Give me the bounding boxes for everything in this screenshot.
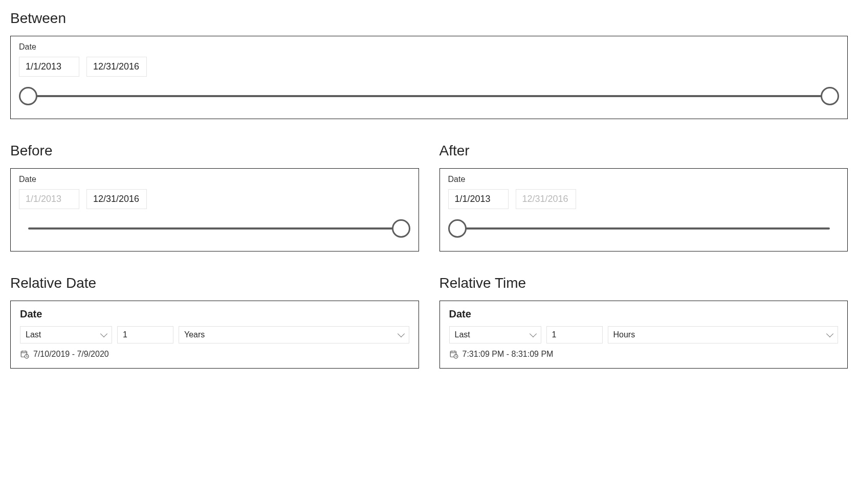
between-start-input[interactable]: 1/1/2013 xyxy=(19,57,79,77)
after-panel: Date 1/1/2013 12/31/2016 xyxy=(439,168,848,251)
relative-date-count-input[interactable]: 1 xyxy=(117,326,173,343)
svg-line-6 xyxy=(27,356,28,357)
between-field-label: Date xyxy=(19,42,839,52)
before-end-input[interactable]: 12/31/2016 xyxy=(86,189,147,209)
calendar-clock-icon xyxy=(449,350,458,359)
after-title: After xyxy=(439,143,848,159)
after-field-label: Date xyxy=(448,175,840,184)
relative-time-title: Relative Time xyxy=(439,275,848,291)
before-slider[interactable] xyxy=(19,218,410,239)
before-slider-handle[interactable] xyxy=(392,219,410,238)
after-slider-track xyxy=(457,227,830,230)
relative-date-field-label: Date xyxy=(20,308,409,320)
relative-time-status: 7:31:09 PM - 8:31:09 PM xyxy=(449,350,839,359)
svg-line-13 xyxy=(456,356,457,357)
between-end-input[interactable]: 12/31/2016 xyxy=(86,57,147,77)
between-slider-track xyxy=(28,95,830,97)
before-start-input: 1/1/2013 xyxy=(19,189,79,209)
relative-time-count-input[interactable]: 1 xyxy=(546,326,603,343)
relative-time-direction-dropdown[interactable]: Last xyxy=(449,326,541,343)
after-slider-handle[interactable] xyxy=(448,219,467,238)
between-date-inputs: 1/1/2013 12/31/2016 xyxy=(19,57,839,77)
after-slider[interactable] xyxy=(448,218,840,239)
between-title: Between xyxy=(10,10,848,27)
after-date-inputs: 1/1/2013 12/31/2016 xyxy=(448,189,840,209)
relative-date-direction-dropdown[interactable]: Last xyxy=(20,326,112,343)
after-start-input[interactable]: 1/1/2013 xyxy=(448,189,509,209)
chevron-down-icon xyxy=(397,330,404,337)
after-end-input: 12/31/2016 xyxy=(516,189,576,209)
relative-date-title: Relative Date xyxy=(10,275,419,291)
chevron-down-icon xyxy=(100,330,107,337)
between-slider-handle-start[interactable] xyxy=(19,87,37,105)
between-slider[interactable] xyxy=(19,86,839,106)
relative-time-field-label: Date xyxy=(449,308,839,320)
relative-time-controls: Last 1 Hours xyxy=(449,326,839,343)
relative-time-panel: Date Last 1 Hours xyxy=(439,301,848,369)
relative-date-unit-value: Years xyxy=(184,330,205,339)
before-panel: Date 1/1/2013 12/31/2016 xyxy=(10,168,419,251)
relative-date-panel: Date Last 1 Years xyxy=(10,301,419,369)
relative-time-unit-dropdown[interactable]: Hours xyxy=(608,326,839,343)
chevron-down-icon xyxy=(826,330,833,337)
before-date-inputs: 1/1/2013 12/31/2016 xyxy=(19,189,410,209)
relative-date-controls: Last 1 Years xyxy=(20,326,409,343)
between-slider-handle-end[interactable] xyxy=(821,87,839,105)
relative-date-unit-dropdown[interactable]: Years xyxy=(179,326,409,343)
relative-time-range-text: 7:31:09 PM - 8:31:09 PM xyxy=(463,350,554,359)
between-panel: Date 1/1/2013 12/31/2016 xyxy=(10,36,848,119)
before-title: Before xyxy=(10,143,419,159)
before-slider-track xyxy=(28,227,401,230)
relative-time-direction-value: Last xyxy=(455,330,470,339)
relative-time-unit-value: Hours xyxy=(613,330,635,339)
relative-date-range-text: 7/10/2019 - 7/9/2020 xyxy=(33,350,109,359)
calendar-clock-icon xyxy=(20,350,29,359)
relative-date-status: 7/10/2019 - 7/9/2020 xyxy=(20,350,409,359)
relative-date-direction-value: Last xyxy=(26,330,41,339)
before-field-label: Date xyxy=(19,175,410,184)
chevron-down-icon xyxy=(529,330,536,337)
